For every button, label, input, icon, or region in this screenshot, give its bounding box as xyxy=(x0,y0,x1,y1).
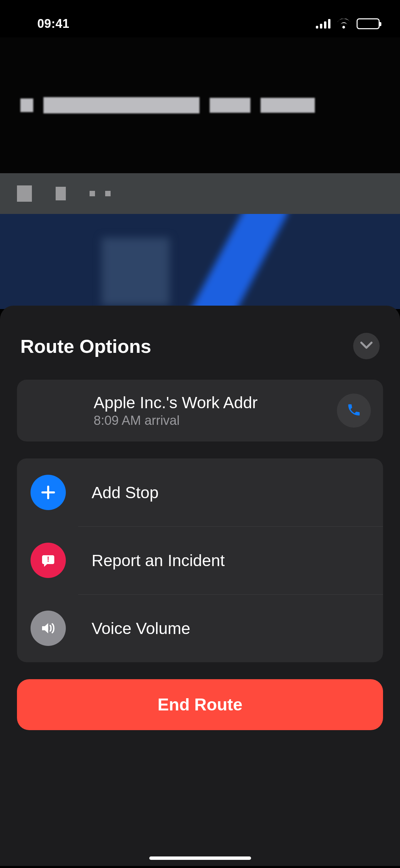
collapse-button[interactable] xyxy=(353,333,380,359)
call-button[interactable] xyxy=(337,394,371,428)
plus-icon xyxy=(31,475,66,510)
svg-rect-3 xyxy=(328,19,330,29)
options-list: Add Stop ! Report an Incident Voice Volu… xyxy=(17,458,383,662)
report-incident-label: Report an Incident xyxy=(92,551,225,570)
destination-card[interactable]: Apple Inc.'s Work Addr 8:09 AM arrival xyxy=(17,380,383,441)
cellular-signal-icon xyxy=(316,19,331,29)
navigation-direction-banner xyxy=(0,37,400,173)
chevron-down-icon xyxy=(360,342,373,350)
map-view[interactable] xyxy=(0,214,400,309)
phone-icon xyxy=(346,402,361,419)
destination-arrival: 8:09 AM arrival xyxy=(94,413,330,428)
voice-volume-label: Voice Volume xyxy=(92,619,190,638)
route-options-sheet: Route Options Apple Inc.'s Work Addr 8:0… xyxy=(0,306,400,866)
add-stop-label: Add Stop xyxy=(92,483,158,502)
status-time: 09:41 xyxy=(37,17,70,31)
navigation-next-step-banner xyxy=(0,173,400,214)
status-right xyxy=(316,18,380,29)
svg-rect-2 xyxy=(324,21,326,29)
svg-text:!: ! xyxy=(47,555,49,563)
add-stop-row[interactable]: Add Stop xyxy=(17,458,383,526)
report-icon: ! xyxy=(31,543,66,578)
end-route-label: End Route xyxy=(158,695,243,715)
svg-rect-1 xyxy=(320,24,322,29)
voice-volume-row[interactable]: Voice Volume xyxy=(17,594,383,662)
report-incident-row[interactable]: ! Report an Incident xyxy=(17,526,383,594)
wifi-icon xyxy=(336,19,351,29)
status-bar: 09:41 xyxy=(0,0,400,37)
sheet-title: Route Options xyxy=(20,335,151,357)
end-route-button[interactable]: End Route xyxy=(17,679,383,730)
battery-icon xyxy=(357,18,380,29)
svg-rect-0 xyxy=(316,26,318,29)
speaker-icon xyxy=(31,611,66,646)
home-indicator[interactable] xyxy=(149,856,251,860)
destination-name: Apple Inc.'s Work Addr xyxy=(94,393,330,412)
